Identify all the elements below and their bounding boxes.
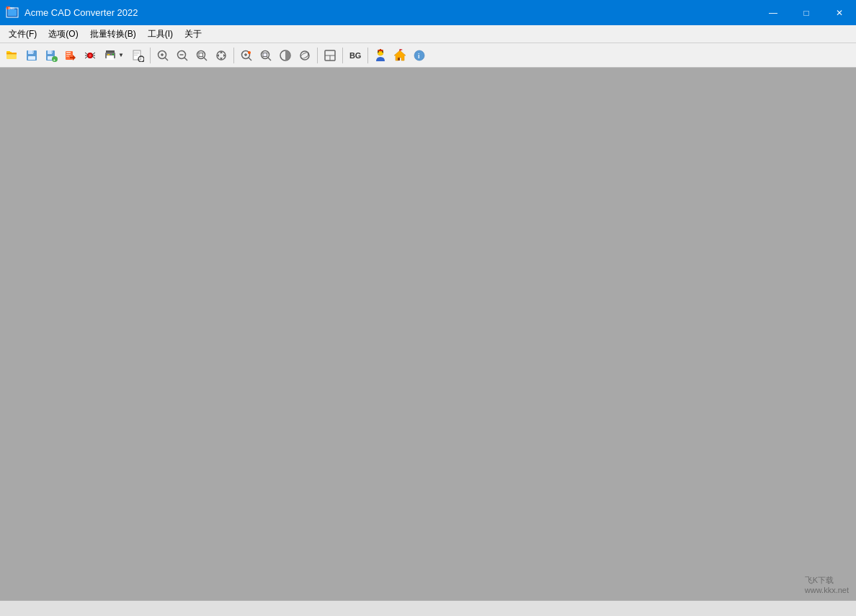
window-controls: — □ ✕ bbox=[757, 0, 856, 25]
main-canvas[interactable] bbox=[0, 68, 856, 600]
maximize-button[interactable]: □ bbox=[790, 0, 823, 25]
svg-rect-11 bbox=[32, 50, 34, 53]
svg-rect-21 bbox=[66, 54, 71, 55]
layout-button[interactable] bbox=[321, 46, 339, 65]
menu-options[interactable]: 选项(O) bbox=[43, 26, 84, 43]
svg-rect-24 bbox=[70, 57, 73, 58]
svg-line-27 bbox=[85, 53, 88, 55]
svg-text:DWG: DWG bbox=[9, 6, 15, 9]
toolbar: + bbox=[0, 43, 856, 68]
close-button[interactable]: ✕ bbox=[823, 0, 856, 25]
svg-point-76 bbox=[382, 51, 383, 53]
svg-rect-81 bbox=[400, 49, 401, 51]
svg-marker-23 bbox=[73, 55, 76, 61]
separator-5 bbox=[367, 48, 368, 63]
svg-point-26 bbox=[89, 54, 92, 57]
svg-rect-35 bbox=[107, 55, 114, 60]
zoom-out-button[interactable] bbox=[173, 46, 192, 65]
menu-bar: 文件(F) 选项(O) 批量转换(B) 工具(I) 关于 bbox=[0, 25, 856, 43]
status-bar bbox=[0, 600, 856, 616]
svg-marker-82 bbox=[401, 49, 404, 50]
export-button[interactable] bbox=[61, 46, 80, 65]
save-file-button[interactable] bbox=[22, 46, 41, 65]
svg-point-62 bbox=[248, 51, 251, 54]
svg-rect-1 bbox=[8, 9, 17, 16]
zoom-fit-button[interactable] bbox=[257, 46, 275, 65]
shade-button[interactable] bbox=[276, 46, 295, 65]
svg-rect-15 bbox=[51, 50, 53, 53]
svg-text:+: + bbox=[53, 58, 56, 62]
svg-rect-78 bbox=[380, 49, 381, 51]
svg-rect-40 bbox=[134, 53, 139, 54]
zoom-realtime-button[interactable] bbox=[237, 46, 256, 65]
separator-4 bbox=[342, 48, 343, 63]
svg-point-51 bbox=[197, 50, 205, 58]
separator-1 bbox=[150, 48, 151, 63]
svg-rect-5 bbox=[6, 51, 10, 53]
svg-rect-7 bbox=[6, 53, 17, 54]
svg-point-37 bbox=[112, 53, 114, 55]
svg-point-75 bbox=[378, 51, 379, 53]
title-bar: DWG Acme CAD Converter 2022 — □ ✕ bbox=[0, 0, 856, 25]
svg-line-30 bbox=[92, 53, 95, 55]
menu-about[interactable]: 关于 bbox=[179, 26, 208, 43]
svg-rect-65 bbox=[263, 53, 267, 56]
svg-rect-80 bbox=[398, 58, 400, 61]
svg-rect-10 bbox=[28, 50, 33, 54]
svg-rect-12 bbox=[28, 56, 35, 60]
home-button[interactable] bbox=[391, 46, 409, 65]
svg-rect-52 bbox=[199, 53, 203, 56]
separator-3 bbox=[317, 48, 318, 63]
menu-file[interactable]: 文件(F) bbox=[3, 26, 43, 43]
svg-line-63 bbox=[249, 58, 251, 61]
app-title: Acme CAD Converter 2022 bbox=[24, 7, 850, 18]
svg-line-43 bbox=[143, 61, 143, 61]
svg-line-66 bbox=[268, 58, 271, 61]
save-as-button[interactable]: + bbox=[42, 46, 61, 65]
minimize-button[interactable]: — bbox=[757, 0, 790, 25]
open-file-button[interactable] bbox=[3, 46, 22, 65]
svg-rect-22 bbox=[66, 55, 69, 56]
print-button[interactable]: ▼ bbox=[100, 46, 128, 65]
menu-batch-convert[interactable]: 批量转换(B) bbox=[84, 26, 142, 43]
svg-line-32 bbox=[92, 56, 95, 58]
svg-rect-39 bbox=[134, 52, 139, 53]
user-button[interactable] bbox=[371, 46, 390, 65]
pan-button[interactable] bbox=[212, 46, 231, 65]
svg-line-47 bbox=[165, 58, 168, 61]
svg-rect-36 bbox=[107, 54, 110, 55]
3d-orbit-button[interactable] bbox=[295, 46, 314, 65]
convert-button[interactable] bbox=[81, 46, 99, 65]
info-button[interactable]: i bbox=[410, 46, 429, 65]
app-icon: DWG bbox=[6, 6, 20, 20]
bg-label: BG bbox=[349, 51, 362, 60]
menu-tools[interactable]: 工具(I) bbox=[142, 26, 179, 43]
svg-rect-41 bbox=[134, 55, 138, 55]
zoom-window-button[interactable] bbox=[192, 46, 211, 65]
separator-2 bbox=[233, 48, 234, 63]
print-preview-button[interactable] bbox=[128, 46, 147, 65]
bg-button[interactable]: BG bbox=[346, 46, 365, 65]
svg-text:i: i bbox=[418, 53, 420, 60]
svg-line-53 bbox=[204, 58, 207, 61]
print-dropdown-arrow: ▼ bbox=[118, 52, 124, 58]
svg-line-29 bbox=[85, 56, 88, 58]
zoom-in-button[interactable] bbox=[153, 46, 172, 65]
svg-line-50 bbox=[184, 58, 187, 61]
svg-rect-20 bbox=[66, 52, 71, 53]
